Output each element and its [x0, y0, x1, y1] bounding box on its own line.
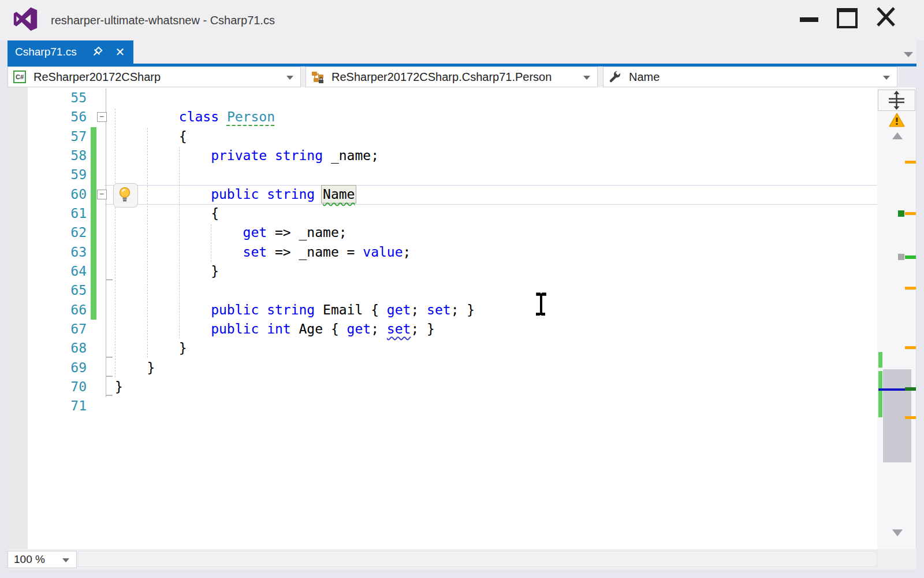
- type-dropdown[interactable]: ReSharper20172CSharp.Csharp71.Person: [305, 66, 598, 87]
- marker-square-green: [898, 210, 904, 217]
- changed-lines-bar: [91, 127, 96, 320]
- marker-tick-orange: [905, 212, 916, 215]
- line-number: 55: [70, 88, 87, 108]
- line-number: 64: [70, 262, 87, 281]
- quick-actions-button[interactable]: [113, 183, 138, 208]
- code-line-62[interactable]: get => _name;: [115, 223, 347, 243]
- marker-tick-orange: [905, 416, 916, 419]
- code-line-58[interactable]: private string _name;: [115, 146, 379, 166]
- marker-square-gray: [898, 254, 904, 260]
- marker-change-strip: [878, 352, 882, 368]
- fold-end-marker: [106, 279, 113, 280]
- line-number: 61: [70, 204, 87, 224]
- code-editor[interactable]: 5556575859606162636465666768697071 −− cl…: [8, 87, 877, 549]
- member-dropdown-label: Name: [629, 67, 660, 87]
- marker-tick-green-dark: [905, 387, 916, 391]
- code-line-64[interactable]: }: [115, 262, 219, 281]
- marker-tick-orange: [905, 346, 916, 349]
- line-number: 65: [70, 281, 87, 301]
- chevron-down-icon: [883, 76, 890, 80]
- navigation-bar: C# ReSharper20172CSharp ReSharper20172CS…: [8, 66, 899, 87]
- title-bar: resharper-ultimate-whatsnew - Csharp71.c…: [0, 0, 924, 40]
- fold-end-marker: [106, 376, 113, 377]
- zoom-dropdown[interactable]: 100 %: [8, 551, 77, 568]
- code-line-60[interactable]: public string Name: [115, 185, 355, 205]
- window-title: resharper-ultimate-whatsnew - Csharp71.c…: [51, 0, 275, 40]
- line-number: 69: [70, 358, 87, 378]
- horizontal-scrollbar[interactable]: [78, 551, 877, 567]
- line-number: 70: [70, 377, 87, 397]
- chevron-down-icon: [286, 76, 293, 80]
- warning-icon: [889, 113, 905, 127]
- zoom-level-label: 100 %: [14, 551, 45, 568]
- line-number: 67: [70, 320, 87, 339]
- line-number: 68: [70, 339, 87, 358]
- close-icon: [873, 5, 899, 32]
- marker-caret-line: [878, 388, 905, 391]
- fold-end-marker: [106, 395, 113, 396]
- marker-tick-orange: [905, 161, 916, 164]
- glyph-margin: [8, 87, 28, 549]
- minimize-button[interactable]: [796, 5, 822, 32]
- tab-csharp71[interactable]: Csharp71.cs ✕: [8, 40, 133, 64]
- lightbulb-icon: [114, 184, 136, 206]
- pin-tab-icon[interactable]: [91, 46, 103, 58]
- maximize-button[interactable]: [834, 5, 859, 32]
- marker-tick-green: [905, 255, 916, 259]
- project-dropdown[interactable]: C# ReSharper20172CSharp: [8, 66, 301, 87]
- chevron-down-icon: [62, 558, 69, 562]
- code-line-56[interactable]: class Person: [115, 108, 275, 127]
- line-number-gutter: 5556575859606162636465666768697071: [28, 87, 87, 549]
- fold-collapse-button[interactable]: −: [97, 112, 107, 122]
- code-line-69[interactable]: }: [115, 358, 155, 378]
- code-line-68[interactable]: }: [115, 339, 187, 358]
- tab-list-dropdown-icon[interactable]: [904, 52, 913, 57]
- line-number: 63: [70, 243, 87, 262]
- splitter-button[interactable]: [878, 90, 915, 111]
- code-line-67[interactable]: public int Age { get; set; }: [115, 320, 435, 339]
- tab-bar: Csharp71.cs ✕: [8, 40, 916, 64]
- fold-collapse-button[interactable]: −: [97, 190, 107, 199]
- line-number: 71: [70, 397, 87, 416]
- line-number: 58: [70, 146, 87, 166]
- vs-window: resharper-ultimate-whatsnew - Csharp71.c…: [0, 0, 924, 578]
- minimize-icon: [800, 17, 818, 22]
- tab-label: Csharp71.cs: [15, 40, 77, 64]
- marker-change-strip: [878, 371, 882, 417]
- line-number: 57: [70, 127, 87, 147]
- maximize-icon: [837, 8, 858, 28]
- member-dropdown[interactable]: Name: [603, 66, 897, 87]
- code-line-70[interactable]: }: [115, 377, 123, 397]
- visual-studio-logo-icon: [13, 6, 38, 32]
- project-dropdown-label: ReSharper20172CSharp: [33, 67, 161, 87]
- line-number: 66: [70, 301, 87, 320]
- scroll-up-icon[interactable]: [892, 132, 903, 139]
- scrollbar-marker-bar[interactable]: [877, 87, 916, 549]
- fold-end-marker: [106, 357, 113, 358]
- line-number: 59: [70, 165, 87, 185]
- close-tab-icon[interactable]: ✕: [111, 40, 129, 64]
- outline-line: [106, 88, 106, 397]
- scroll-down-icon[interactable]: [892, 529, 903, 536]
- split-window-icon: [878, 90, 915, 110]
- close-window-button[interactable]: [873, 5, 899, 32]
- bottom-bar: 100 %: [8, 549, 916, 569]
- wrench-property-icon: [609, 71, 621, 83]
- chevron-down-icon: [583, 76, 590, 80]
- code-line-66[interactable]: public string Email { get; set; }: [115, 301, 475, 320]
- code-line-63[interactable]: set => _name = value;: [115, 243, 411, 262]
- line-number: 60: [70, 185, 87, 205]
- csharp-project-icon: C#: [13, 71, 26, 83]
- class-icon: [311, 71, 324, 83]
- line-number: 56: [70, 108, 87, 127]
- type-dropdown-label: ReSharper20172CSharp.Csharp71.Person: [331, 67, 552, 87]
- code-line-57[interactable]: {: [115, 127, 187, 147]
- marker-tick-orange: [905, 287, 916, 290]
- ibeam-cursor: [534, 291, 549, 317]
- line-number: 62: [70, 223, 87, 243]
